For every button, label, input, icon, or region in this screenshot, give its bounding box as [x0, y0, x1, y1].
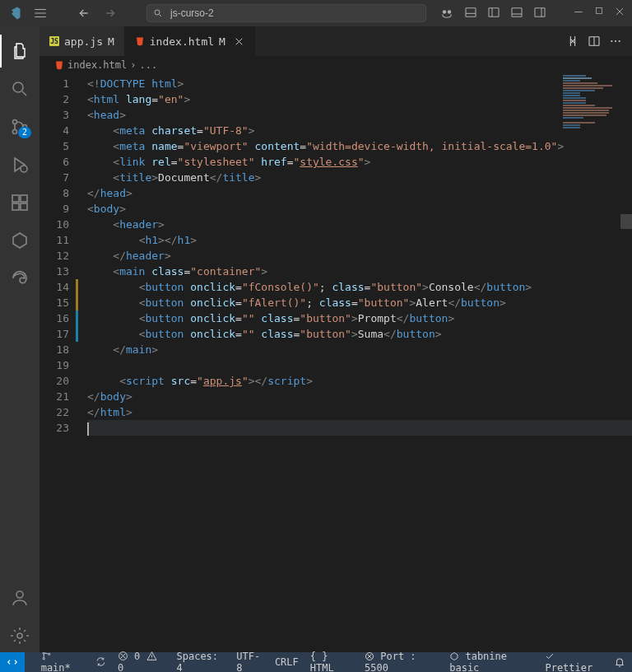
scm-badge: 2: [18, 127, 31, 138]
tab-label: index.html: [150, 35, 214, 48]
svg-point-2: [448, 10, 452, 14]
svg-point-10: [13, 130, 17, 134]
status-language[interactable]: { } HTML: [310, 651, 353, 672]
code-content[interactable]: <!DOCTYPE html><html lang="en"><head> <m…: [81, 74, 632, 652]
more-actions-icon[interactable]: [609, 35, 622, 48]
notifications-icon[interactable]: [614, 656, 625, 668]
tab-modified: M: [219, 35, 225, 48]
svg-rect-13: [12, 195, 19, 202]
compare-changes-icon[interactable]: [566, 35, 579, 48]
scrollbar-thumb[interactable]: [620, 214, 632, 229]
svg-rect-3: [466, 8, 476, 17]
svg-point-1: [443, 10, 447, 14]
vertical-scrollbar[interactable]: [620, 74, 632, 652]
svg-rect-15: [12, 203, 19, 210]
search-icon: [153, 8, 163, 18]
search-input[interactable]: [146, 4, 426, 22]
status-problems[interactable]: 0 0: [118, 651, 165, 672]
activity-edge-icon[interactable]: [0, 262, 40, 295]
breadcrumb[interactable]: index.html › ...: [40, 56, 632, 74]
vscode-logo-icon: [7, 6, 26, 21]
svg-point-0: [155, 10, 160, 15]
html-file-icon: [135, 36, 145, 46]
title-bar: [0, 0, 632, 26]
minimize-icon[interactable]: [573, 6, 584, 21]
activity-run-debug[interactable]: [0, 148, 40, 181]
status-sync[interactable]: [95, 656, 106, 668]
main-area: 2 JSapp.js Mindex.html M index.html › ..…: [0, 26, 632, 652]
tab-label: app.js: [64, 35, 103, 48]
js-file-icon: JS: [49, 36, 59, 46]
layout-panel-icon[interactable]: [464, 6, 477, 21]
forward-icon[interactable]: [104, 7, 117, 20]
menu-icon[interactable]: [33, 6, 48, 21]
layout-panel-bottom-icon[interactable]: [510, 6, 523, 21]
svg-point-12: [21, 166, 27, 172]
svg-point-25: [48, 653, 49, 655]
svg-point-20: [611, 40, 612, 42]
copilot-icon[interactable]: [439, 6, 454, 21]
code-editor[interactable]: 1234567891011121314151617181920212223 <!…: [40, 74, 632, 652]
svg-rect-14: [21, 195, 27, 202]
svg-point-23: [43, 652, 44, 654]
remote-indicator[interactable]: [0, 652, 25, 672]
breadcrumb-rest: ...: [139, 59, 157, 71]
activity-settings[interactable]: [0, 619, 40, 652]
editor-group: JSapp.js Mindex.html M index.html › ... …: [40, 26, 632, 652]
minimap[interactable]: [563, 74, 620, 124]
activity-accounts[interactable]: [0, 581, 40, 614]
svg-rect-6: [535, 8, 545, 17]
activity-explorer[interactable]: [0, 35, 40, 68]
svg-rect-4: [489, 8, 499, 17]
close-tab-icon[interactable]: [234, 36, 244, 47]
layout-sidebar-left-icon[interactable]: [487, 6, 500, 21]
svg-point-21: [615, 40, 616, 42]
command-center[interactable]: [146, 4, 426, 22]
layout-sidebar-right-icon[interactable]: [533, 6, 546, 21]
activity-search[interactable]: [0, 72, 40, 105]
svg-point-8: [13, 82, 23, 92]
status-branch[interactable]: main*: [41, 651, 84, 672]
html-file-icon: [54, 60, 64, 70]
svg-point-9: [13, 120, 17, 124]
svg-point-17: [16, 591, 23, 598]
svg-point-18: [17, 633, 22, 638]
tab-modified: M: [108, 35, 114, 48]
svg-rect-16: [21, 203, 27, 210]
status-eol[interactable]: CRLF: [275, 656, 299, 668]
breadcrumb-sep: ›: [130, 59, 136, 71]
status-spaces[interactable]: Spaces: 4: [176, 651, 225, 672]
svg-rect-5: [512, 8, 522, 17]
maximize-icon[interactable]: [594, 6, 604, 21]
svg-point-22: [619, 40, 620, 42]
split-editor-icon[interactable]: [588, 35, 601, 48]
activity-bar: 2: [0, 26, 40, 652]
status-prettier[interactable]: Prettier: [545, 651, 602, 672]
svg-point-24: [43, 658, 44, 660]
status-port[interactable]: Port : 5500: [365, 651, 438, 672]
tab-app-js[interactable]: JSapp.js M: [40, 26, 125, 56]
back-icon[interactable]: [77, 7, 91, 20]
breadcrumb-file: index.html: [67, 59, 127, 71]
status-tabnine[interactable]: tabnine basic: [449, 651, 533, 672]
tab-bar: JSapp.js Mindex.html M: [40, 26, 632, 56]
activity-tabnine[interactable]: [0, 224, 40, 257]
activity-source-control[interactable]: 2: [0, 110, 40, 143]
close-window-icon[interactable]: [614, 6, 625, 21]
svg-rect-7: [597, 8, 602, 14]
line-gutter: 1234567891011121314151617181920212223: [40, 74, 81, 652]
status-bar: main* 0 0 Spaces: 4 UTF-8 CRLF { } HTML …: [0, 652, 632, 672]
nav-arrows: [77, 7, 117, 20]
status-encoding[interactable]: UTF-8: [236, 651, 263, 672]
tab-index-html[interactable]: index.html M: [125, 26, 255, 56]
activity-extensions[interactable]: [0, 186, 40, 219]
